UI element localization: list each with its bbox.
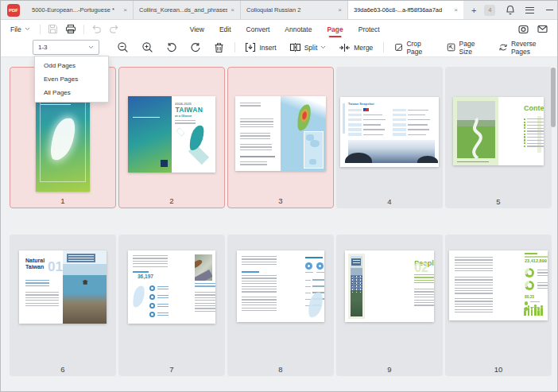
chapter-number: 02 — [414, 261, 428, 275]
undo-icon[interactable] — [91, 25, 102, 33]
page-2-preview: 2024-2025 TAIWAN at a Glance — [128, 96, 215, 173]
merge-pages-button[interactable]: Merge — [332, 43, 379, 52]
taiwan-relief-map — [295, 103, 312, 132]
info-circle-icon — [149, 294, 155, 300]
area-statistic: 36,197 — [138, 274, 153, 279]
mountain-photo — [348, 140, 435, 163]
green-circle-icon — [525, 301, 529, 305]
page-number: 10 — [445, 365, 552, 374]
tab-close-icon[interactable]: × — [338, 6, 342, 14]
page-thumbnail-tile-7[interactable]: 36,197 — [118, 235, 225, 376]
page-7-preview: 36,197 — [128, 250, 215, 324]
insert-page-icon — [245, 42, 256, 52]
feedback-envelope-icon[interactable] — [537, 25, 548, 33]
page-thumbnails-area: 2024 TAIWAN at a Glance 1 — [1, 57, 557, 392]
tab-document-4-active[interactable]: 39da6e63-06c8-...a-ff58f36aa7ad × — [348, 1, 463, 19]
animal — [195, 258, 203, 270]
infographic-half: 36,197 — [128, 250, 172, 324]
region-inset-map — [304, 131, 324, 169]
pdf-editor-window: PDF 5000-European...-Portuguese * × Coll… — [0, 0, 558, 392]
paragraph-lines — [25, 292, 59, 308]
chapter-number: 01 — [48, 259, 63, 275]
dropdown-item-odd-pages[interactable]: Odd Pages — [35, 59, 108, 72]
zoom-out-button[interactable] — [110, 41, 135, 53]
scrollbar-thumb[interactable] — [551, 68, 556, 127]
menu-item-annotate[interactable]: Annotate — [285, 22, 312, 37]
page-thumbnail-tile-5[interactable]: Contents — [445, 67, 552, 208]
save-icon[interactable] — [48, 24, 58, 34]
page-number: 2 — [119, 196, 224, 205]
stat-lines — [530, 301, 540, 304]
vertical-scrollbar — [550, 57, 556, 392]
minimize-button[interactable] — [544, 6, 554, 15]
paragraph-lines — [133, 255, 168, 268]
coast-photo-half — [63, 250, 107, 324]
rotate-right-button[interactable] — [184, 42, 207, 53]
page-number: 6 — [10, 365, 116, 374]
chart-bar — [312, 279, 324, 281]
page-number: 3 — [228, 196, 333, 205]
info-circle-icon — [149, 312, 155, 317]
thumbnail-grid: 2024 TAIWAN at a Glance 1 — [10, 67, 552, 376]
life-expectancy-statistic: 80.23 — [525, 295, 548, 299]
winding-road — [457, 101, 495, 158]
screenshot-camera-icon[interactable] — [518, 25, 529, 34]
dropdown-item-even-pages[interactable]: Even Pages — [35, 72, 108, 86]
contents-half: Contents — [498, 97, 544, 165]
map-half — [281, 96, 326, 171]
split-page-button[interactable]: Split — [283, 42, 333, 52]
merge-label: Merge — [354, 44, 373, 52]
page-size-button[interactable]: Page Size — [440, 40, 491, 56]
pie-labels — [537, 270, 548, 276]
menu-item-convert[interactable]: Convert — [246, 22, 270, 37]
tab-count-badge[interactable]: 4 — [484, 5, 495, 16]
page-thumbnail-tile-2[interactable]: 2024-2025 TAIWAN at a Glance 2 — [118, 67, 225, 208]
snapshot-table-left — [348, 108, 388, 138]
tab-close-icon[interactable]: × — [231, 6, 234, 14]
page-10-preview: 23,412,899 80.23 — [449, 250, 548, 320]
notifications-bell-icon[interactable] — [506, 5, 515, 15]
menubar-right-icons — [518, 25, 548, 34]
menu-item-edit[interactable]: Edit — [219, 22, 231, 37]
tab-close-icon[interactable]: × — [454, 6, 458, 14]
file-menu-button[interactable]: File — [10, 25, 30, 33]
dropdown-item-all-pages[interactable]: All Pages — [35, 86, 108, 99]
page-thumbnail-tile-10[interactable]: 23,412,899 80.23 — [445, 235, 552, 376]
print-icon[interactable] — [65, 24, 76, 34]
page-3-preview — [235, 96, 326, 171]
text-half — [237, 250, 281, 322]
diamond-outline — [176, 127, 184, 136]
tab-close-icon[interactable]: × — [123, 6, 127, 14]
stat-circle-icon — [316, 262, 324, 270]
main-menu-hamburger-icon[interactable] — [525, 7, 534, 14]
menu-item-view[interactable]: View — [190, 22, 204, 37]
page-thumbnail-tile-6[interactable]: Natural Taiwan 01 6 — [10, 235, 116, 376]
tab-document-3[interactable]: Colloquial Russian 2 × — [241, 1, 348, 19]
tab-document-1[interactable]: 5000-European...-Portuguese * × — [26, 1, 134, 19]
page-thumbnail-tile-3[interactable]: 3 — [227, 67, 334, 208]
paragraph-lines — [195, 292, 215, 312]
rotate-left-button[interactable] — [160, 42, 184, 53]
tab-document-2[interactable]: Collins_Korean...ds_and_phrases × — [134, 1, 241, 19]
titlebar: PDF 5000-European...-Portuguese * × Coll… — [1, 1, 557, 20]
crop-page-button[interactable]: Crop Page — [388, 40, 440, 56]
small-text-lines — [175, 120, 196, 124]
page-thumbnail-tile-4[interactable]: Taiwan Snapshot — [336, 67, 443, 208]
wildlife-photo — [195, 254, 212, 281]
zoom-in-button[interactable] — [135, 41, 160, 53]
page-number: 4 — [336, 197, 443, 206]
redo-icon[interactable] — [109, 25, 119, 33]
chart-half — [281, 250, 324, 322]
page-range-input[interactable] — [38, 44, 86, 51]
page-thumbnail-tile-9[interactable]: People 02 9 — [336, 235, 443, 376]
insert-page-button[interactable]: Insert — [238, 42, 282, 52]
reverse-pages-icon — [498, 42, 508, 52]
delete-page-trash-button[interactable] — [207, 42, 231, 53]
page-thumbnail-tile-8[interactable]: 8 — [227, 235, 334, 376]
new-tab-button[interactable]: + — [463, 6, 484, 15]
menu-item-protect[interactable]: Protect — [358, 22, 380, 37]
menu-item-page-active[interactable]: Page — [327, 22, 343, 37]
page-range-combobox[interactable] — [33, 40, 99, 55]
table-of-contents — [524, 118, 544, 148]
reverse-pages-button[interactable]: Reverse Pages — [492, 40, 557, 56]
